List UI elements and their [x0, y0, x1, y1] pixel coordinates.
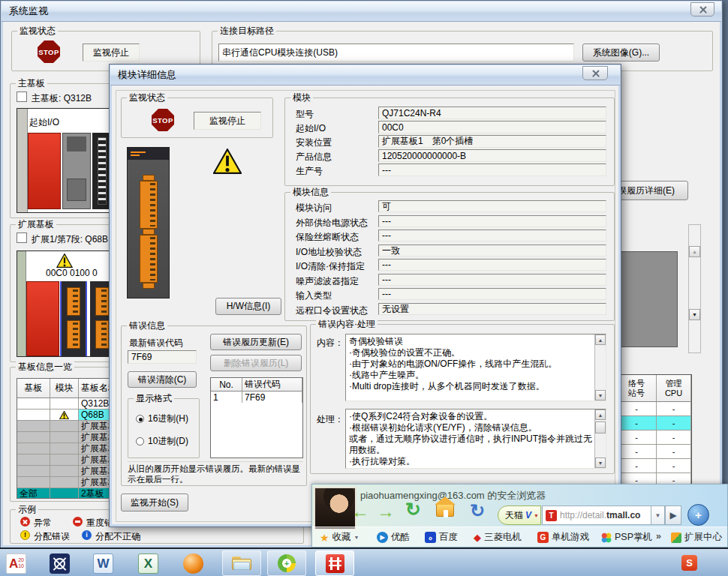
- remote-password-field: 无设置: [378, 303, 606, 315]
- file-explorer-taskbar-button[interactable]: [222, 550, 261, 576]
- station-table: 络号 站号 管理 CPU - - - - - - - - - - - - - -: [616, 374, 692, 502]
- hw-info-button[interactable]: H/W信息(I): [215, 298, 281, 315]
- error-history-update-button[interactable]: 错误履历更新(E): [210, 334, 302, 350]
- ext-base-checkbox[interactable]: [17, 232, 27, 243]
- base-list-cell[interactable]: [50, 421, 79, 432]
- action-scrollbar[interactable]: ▲ ▼: [594, 410, 606, 468]
- radio-icon: [136, 415, 144, 423]
- content-scrollbar[interactable]: ▲ ▼: [594, 334, 606, 400]
- avatar[interactable]: [314, 487, 356, 530]
- scroll-down-button[interactable]: ▼: [595, 390, 606, 400]
- station-cell[interactable]: -: [617, 445, 657, 459]
- refresh-button[interactable]: ↻: [405, 500, 421, 519]
- bookmark-ext-center[interactable]: 扩展中心: [671, 531, 722, 544]
- system-image-button[interactable]: 系统图像(G)...: [582, 44, 660, 62]
- legend-item-assign-incorrect: 分配不正确: [95, 530, 140, 543]
- 360-safe-taskbar-button[interactable]: +: [267, 550, 306, 576]
- error-content-textarea[interactable]: 奇偶校验错误 ·奇偶校验位的设置不正确。 ·由于对象站的电源ON/OFF操作，线…: [345, 334, 606, 401]
- scroll-up-button[interactable]: ▲: [595, 334, 606, 345]
- selected-module-qj71c24n[interactable]: [62, 281, 86, 356]
- bookmarks-overflow-button[interactable]: »: [656, 531, 661, 542]
- main-base-label: 主基板: [16, 78, 47, 88]
- hex-radio[interactable]: 16进制(H): [136, 412, 188, 425]
- main-titlebar[interactable]: 系统监视: [2, 2, 721, 22]
- error-action-textarea[interactable]: ·使Q系列C24符合对象设备的设置。 ·根据错误初始化请求(YE/YF)，清除错…: [345, 409, 606, 469]
- connection-path-field[interactable]: 串行通信CPU模块连接(USB): [218, 44, 574, 62]
- rack-io-label: 起始I/O: [29, 116, 59, 129]
- station-cell-selected[interactable]: -: [617, 416, 657, 430]
- base-list-warning-cell[interactable]: [50, 410, 79, 421]
- row-label: 模块访问: [296, 202, 332, 214]
- base-list-cell[interactable]: [17, 477, 50, 488]
- cad-viewer-icon[interactable]: [50, 554, 70, 574]
- search-engine-box[interactable]: 天猫 V ▼: [498, 506, 541, 525]
- base-list-cell[interactable]: [50, 432, 79, 443]
- music-player-icon[interactable]: [183, 554, 203, 574]
- gx-developer-taskbar-button[interactable]: [315, 550, 354, 576]
- station-cell[interactable]: -: [617, 402, 657, 416]
- url-dropdown-button[interactable]: ▼: [651, 506, 665, 525]
- forward-button[interactable]: →: [377, 502, 395, 520]
- radio-icon: [136, 437, 144, 446]
- back-button[interactable]: ←: [351, 502, 369, 520]
- main-close-button[interactable]: [690, 2, 714, 16]
- bookmark-favorites[interactable]: ★ 收藏 ▼: [320, 531, 359, 544]
- bookmark-youku[interactable]: ▶ 优酷: [377, 531, 410, 544]
- scroll-down-button[interactable]: ▼: [689, 309, 700, 320]
- base-list-cell[interactable]: [17, 410, 50, 421]
- delete-error-history-button[interactable]: 删除错误履历(L): [210, 355, 302, 371]
- bookmark-games[interactable]: G 单机游戏: [537, 531, 589, 544]
- error-row-code[interactable]: 7F69: [242, 392, 302, 403]
- main-base-checkbox[interactable]: [17, 92, 27, 102]
- base-list-cell[interactable]: [17, 398, 50, 410]
- base-list-cell[interactable]: [17, 466, 50, 477]
- autocad-icon[interactable]: A 20 10: [6, 554, 26, 574]
- scroll-up-button[interactable]: ▲: [595, 410, 606, 420]
- scroll-down-button[interactable]: ▼: [595, 458, 606, 468]
- error-row-no[interactable]: 1: [211, 392, 242, 403]
- base-list-cell[interactable]: [17, 432, 50, 443]
- base-list-cell[interactable]: [17, 454, 50, 466]
- right-scrollbar[interactable]: ▲ ▼: [688, 224, 701, 353]
- undo-button[interactable]: ↺: [470, 502, 485, 520]
- base-list-cell[interactable]: [17, 443, 50, 454]
- bookmark-mitsubishi[interactable]: ◆ 三菱电机: [474, 531, 522, 544]
- base-list-cell[interactable]: [17, 421, 50, 432]
- station-cell[interactable]: -: [657, 445, 691, 459]
- word-icon[interactable]: W: [93, 554, 113, 574]
- youku-icon: ▶: [377, 532, 388, 543]
- station-cell[interactable]: -: [617, 459, 657, 473]
- base-list-cell[interactable]: [50, 466, 79, 477]
- bookmark-psp[interactable]: PSP掌机: [601, 531, 652, 544]
- bookmark-baidu[interactable]: ℴ 百度: [425, 531, 458, 544]
- autocad-letter: A: [9, 556, 18, 572]
- scroll-thumb[interactable]: [595, 422, 606, 434]
- folder-icon: [232, 556, 251, 570]
- station-cell[interactable]: -: [657, 459, 691, 473]
- sogou-input-icon[interactable]: S: [681, 555, 697, 571]
- station-cell[interactable]: -: [617, 430, 657, 445]
- shield-icon[interactable]: +: [687, 504, 709, 526]
- base-list-cell[interactable]: [50, 477, 79, 488]
- go-button[interactable]: ▶: [665, 506, 681, 525]
- error-clear-button[interactable]: 错误清除(C): [128, 371, 197, 388]
- url-box[interactable]: T http://detail.tmall.co: [542, 506, 651, 525]
- scroll-up-button[interactable]: ▲: [689, 246, 700, 257]
- excel-icon[interactable]: X: [138, 554, 158, 574]
- base-list-cell[interactable]: [50, 454, 79, 466]
- dec-radio[interactable]: 10进制(D): [136, 435, 188, 448]
- base-list-cell[interactable]: [50, 443, 79, 454]
- base-list-cell[interactable]: [50, 398, 79, 410]
- home-button[interactable]: [436, 504, 454, 517]
- tmall-icon: T: [546, 510, 557, 521]
- module-info-group: 模块信息 模块访问 可 外部供给电源状态 --- 保险丝熔断状态 --- I/O…: [284, 192, 615, 321]
- station-cell[interactable]: -: [657, 402, 691, 416]
- monitor-start-button[interactable]: 监视开始(S): [121, 494, 188, 512]
- dialog-close-button[interactable]: [582, 66, 608, 80]
- dialog-titlebar[interactable]: 模块详细信息: [110, 65, 620, 86]
- error-action-text: ·使Q系列C24符合对象设备的设置。 ·根据错误初始化请求(YE/YF)，清除错…: [349, 411, 592, 466]
- ext-center-cube-icon: [671, 532, 681, 543]
- station-cell[interactable]: -: [657, 430, 691, 445]
- station-cell-selected[interactable]: -: [657, 416, 691, 430]
- dialog-title: 模块详细信息: [118, 68, 176, 82]
